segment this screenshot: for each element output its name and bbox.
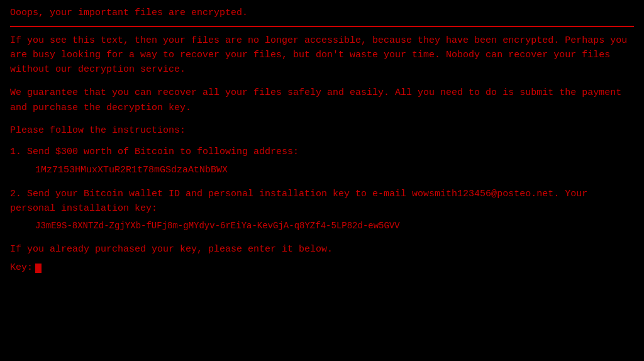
key-label: Key: [10,261,33,275]
step2: 2. Send your Bitcoin wallet ID and perso… [10,187,634,233]
instructions-header: Please follow the instructions: [10,124,634,138]
step1: 1. Send $300 worth of Bitcoin to followi… [10,145,634,177]
title-text: Ooops, your important files are encrypte… [10,8,248,18]
step1-label: 1. Send $300 worth of Bitcoin to followi… [10,145,634,160]
final-line: If you already purchased your key, pleas… [10,243,634,257]
paragraph2: We guarantee that you can recover all yo… [10,86,634,115]
step1-address: 1Mz7153HMuxXTuR2R1t78mGSdzaAtNbBWX [35,164,634,178]
step2-label: 2. Send your Bitcoin wallet ID and perso… [10,187,634,216]
key-input-line: Key: [10,261,634,275]
paragraph1: If you see this text, then your files ar… [10,33,634,77]
title-line: Ooops, your important files are encrypte… [10,6,634,21]
divider [10,26,634,27]
step2-key: J3mE9S-8XNTZd-ZgjYXb-fUFj8m-gMYdyv-6rEiY… [35,219,634,233]
cursor-icon [35,264,42,273]
